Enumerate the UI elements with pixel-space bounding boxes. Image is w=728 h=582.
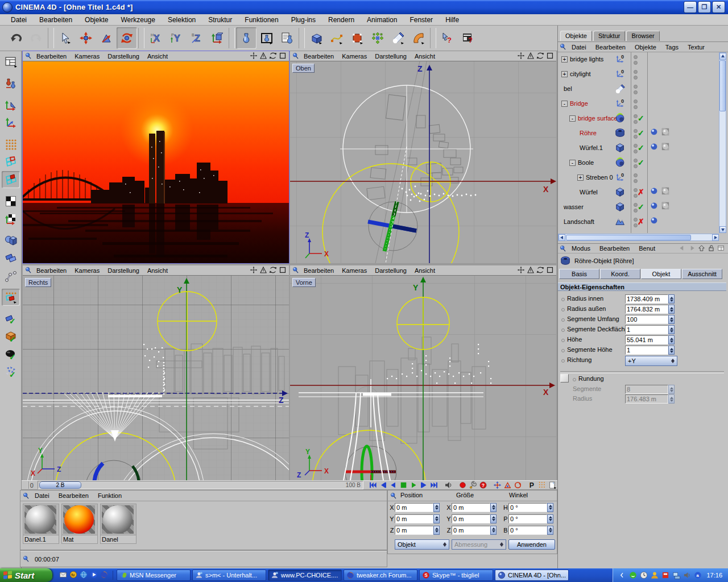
model-mode-button[interactable] <box>2 232 20 249</box>
viewport-menu-ansicht[interactable]: Ansicht <box>411 267 439 275</box>
help-browser-button[interactable]: ? <box>458 27 478 49</box>
tree-item-citylight[interactable]: +citylight0 <box>558 67 718 82</box>
object-menu-textur[interactable]: Textur <box>683 43 709 52</box>
pin-icon[interactable] <box>292 267 300 274</box>
pin-icon[interactable] <box>292 52 300 60</box>
viewport-right[interactable]: BearbeitenKamerasDarstellungAnsicht Rech… <box>23 265 289 480</box>
point-poly-mode-button[interactable] <box>2 289 20 306</box>
minimize-button[interactable]: — <box>684 1 697 13</box>
timeline-track[interactable]: 2 B 100 B <box>38 481 363 489</box>
coord-input[interactable]: 0 ° <box>508 514 547 523</box>
attr-tab-koord[interactable]: Koord. <box>600 269 640 279</box>
viewport-menu-kameras[interactable]: Kameras <box>338 52 371 60</box>
task-skype-tbigliel[interactable]: SSkype™ - tbigliel <box>419 569 493 581</box>
layer-dots[interactable] <box>634 114 638 124</box>
material-tag-icon[interactable] <box>661 128 671 139</box>
tab-struktur[interactable]: Struktur <box>593 31 626 41</box>
viewport-perspective[interactable]: BearbeitenKamerasDarstellungAnsicht <box>23 51 289 263</box>
attribute-menu-bearbeiten[interactable]: Bearbeiten <box>595 244 634 253</box>
panel-button[interactable] <box>717 244 725 253</box>
spinner[interactable] <box>668 346 675 355</box>
rotate-view-button[interactable] <box>269 266 277 275</box>
disabled-cross-icon[interactable]: ✗ <box>638 188 644 197</box>
object-menu-bearbeiten[interactable]: Bearbeiten <box>591 43 630 52</box>
texture-mode-button[interactable] <box>2 193 20 210</box>
property-input[interactable]: 55.041 m <box>625 335 668 344</box>
tree-item-landschaft[interactable]: Landschaft✗ <box>558 215 718 230</box>
property-input[interactable]: 1 <box>625 346 668 355</box>
attr-tab-ausschnitt[interactable]: Ausschnitt <box>682 269 722 279</box>
rotate-small-button[interactable] <box>513 481 523 489</box>
attribute-menu-benut[interactable]: Benut <box>634 244 660 253</box>
task-cinema-4d-ohn[interactable]: CINEMA 4D - [Ohn... <box>495 569 569 581</box>
render-settings-button[interactable] <box>277 27 297 49</box>
tree-item-wasser[interactable]: wasser✓ <box>558 200 718 215</box>
object-menu-datei[interactable]: Datei <box>567 43 591 52</box>
quicklaunch-mail[interactable] <box>59 571 67 580</box>
menu-datei[interactable]: Datei <box>5 15 33 25</box>
viewport-menu-bearbeiten[interactable]: Bearbeiten <box>32 267 71 275</box>
dot-grid-button[interactable] <box>537 481 547 489</box>
deformer-button[interactable] <box>408 27 429 49</box>
expand-icon[interactable]: + <box>561 56 568 63</box>
scroll-thumb[interactable] <box>719 60 726 111</box>
close-button[interactable]: ✕ <box>712 1 725 13</box>
menu-plug-ins[interactable]: Plug-ins <box>285 15 322 25</box>
pan-button[interactable] <box>517 266 525 275</box>
light-icon[interactable] <box>615 83 626 95</box>
spinner[interactable] <box>433 503 440 512</box>
viewport-front[interactable]: BearbeitenKamerasDarstellungAnsicht Vorn… <box>290 265 556 480</box>
scale-small-button[interactable] <box>503 481 512 489</box>
coord-input[interactable]: 0 m <box>395 526 433 535</box>
coord-input[interactable]: 0 m <box>395 514 433 523</box>
polygons-mode-button[interactable] <box>2 171 20 188</box>
light-object-button[interactable] <box>388 27 408 49</box>
menu-objekte[interactable]: Objekte <box>78 15 114 25</box>
quicklaunch-globe[interactable] <box>80 571 88 580</box>
maximize-button[interactable] <box>279 266 287 275</box>
tab-objekte[interactable]: Objekte <box>560 31 592 41</box>
tray-user[interactable] <box>650 571 659 580</box>
next-frame-button[interactable] <box>419 481 429 489</box>
phong-tag-icon[interactable] <box>650 217 660 227</box>
quicklaunch-media[interactable] <box>90 571 98 580</box>
material-tag-icon[interactable] <box>661 143 671 153</box>
primitive-cube-button[interactable] <box>306 27 326 49</box>
menu-rendern[interactable]: Rendern <box>322 15 361 25</box>
forward-button[interactable] <box>688 244 696 253</box>
points-mode-button[interactable] <box>2 136 20 153</box>
pin-icon[interactable] <box>25 52 32 60</box>
attribute-menu-modus[interactable]: Modus <box>567 244 595 253</box>
maximize-button[interactable] <box>546 52 554 61</box>
lock-z-axis-button[interactable]: BZ <box>187 27 207 49</box>
zoom-view-button[interactable] <box>259 52 267 61</box>
viewport-menu-kameras[interactable]: Kameras <box>338 267 371 275</box>
object-axis-mode-button[interactable] <box>2 97 20 114</box>
layer-dots[interactable] <box>634 218 638 227</box>
viewport-menu-kameras[interactable]: Kameras <box>71 52 104 60</box>
spinner[interactable] <box>547 503 553 512</box>
layer-dots[interactable] <box>634 85 638 94</box>
tray-red-app[interactable] <box>661 571 669 580</box>
enabled-check-icon[interactable]: ✓ <box>638 202 644 211</box>
move-small-button[interactable] <box>493 481 502 489</box>
timeline-thumb[interactable]: 2 B <box>39 481 81 489</box>
coord-input[interactable]: 0 m <box>452 526 490 535</box>
spinner[interactable] <box>490 503 497 512</box>
cube-icon[interactable] <box>615 201 626 214</box>
maximize-button[interactable] <box>546 266 554 275</box>
viewport-menu-bearbeiten[interactable]: Bearbeiten <box>32 52 71 60</box>
prev-frame-button[interactable] <box>388 481 398 489</box>
goto-end-button[interactable] <box>429 481 439 489</box>
material-menu-funktion[interactable]: Funktion <box>93 491 126 500</box>
rotate-tool-button[interactable] <box>117 27 137 49</box>
null-object-icon[interactable]: 0 <box>615 172 626 184</box>
sphere-toggle-button[interactable]: ✓ <box>2 346 20 363</box>
sound-button[interactable] <box>444 481 453 489</box>
pin-icon[interactable] <box>23 492 30 500</box>
wrench-button[interactable] <box>468 481 478 489</box>
viewport-perspective-canvas[interactable] <box>23 61 289 263</box>
phong-tag-icon[interactable] <box>650 143 660 153</box>
viewport-menu-darstellung[interactable]: Darstellung <box>371 52 411 60</box>
rotate-view-button[interactable] <box>269 52 277 61</box>
